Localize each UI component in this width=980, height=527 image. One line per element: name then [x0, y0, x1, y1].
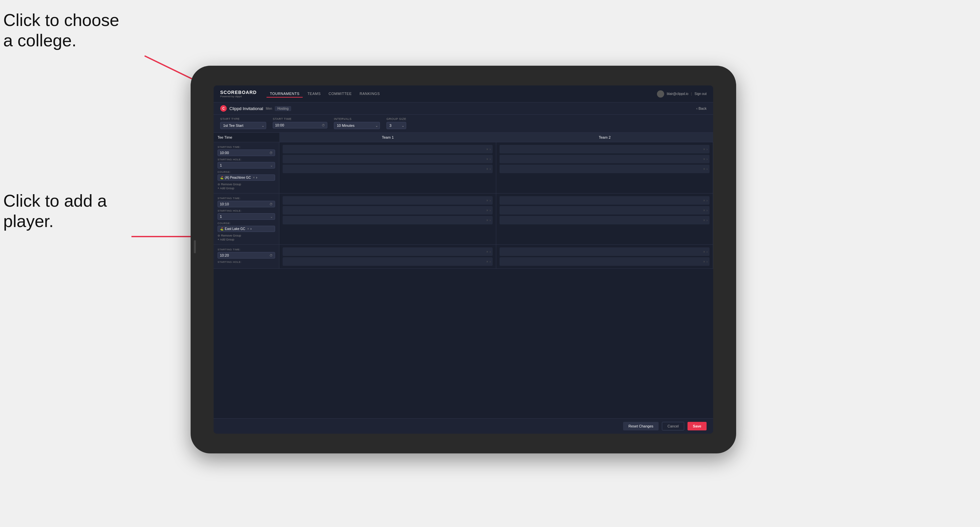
player-remove-2-3[interactable]: ×: [703, 167, 705, 171]
th-team1: Team 1: [279, 133, 496, 142]
start-time-group: Start Time ⏱: [273, 117, 327, 129]
player-slot-4-1[interactable]: × ›: [500, 196, 710, 205]
starting-time-field-2[interactable]: ⏱: [218, 201, 275, 207]
hosting-badge: Hosting: [275, 106, 291, 111]
starting-time-label-3: STARTING TIME:: [218, 248, 275, 251]
starting-time-field-1[interactable]: ⏱: [218, 149, 275, 156]
course-label-2: COURSE:: [218, 222, 275, 225]
player-slot-5-2[interactable]: × ›: [283, 257, 493, 266]
starting-hole-field-1[interactable]: ⌄: [218, 162, 275, 168]
player-slot-3-1[interactable]: × ›: [283, 196, 493, 205]
top-nav: SCOREBOARD Powered by clippd TOURNAMENTS…: [214, 86, 713, 103]
player-arrow-3-3: ›: [490, 219, 491, 222]
player-remove-6-1[interactable]: ×: [703, 250, 705, 254]
player-remove-4-2[interactable]: ×: [703, 209, 705, 212]
player-remove-4-3[interactable]: ×: [703, 219, 705, 222]
remove-group-2[interactable]: ⊖ Remove Group: [218, 234, 275, 237]
brand: SCOREBOARD Powered by clippd: [220, 90, 257, 98]
course-arrow-1: ›: [256, 176, 257, 179]
player-remove-6-2[interactable]: ×: [703, 260, 705, 264]
intervals-select[interactable]: 10 Minutes: [334, 122, 380, 129]
player-slot-1-1[interactable]: × ›: [283, 145, 493, 154]
footer: Reset Changes Cancel Save: [214, 418, 713, 434]
player-remove-5-1[interactable]: ×: [486, 250, 488, 254]
starting-hole-field-2[interactable]: ⌄: [218, 213, 275, 220]
starting-hole-label-3: STARTING HOLE:: [218, 260, 275, 264]
save-button[interactable]: Save: [687, 422, 706, 430]
player-slot-3-2[interactable]: × ›: [283, 206, 493, 214]
starting-time-field-3[interactable]: ⏱: [218, 252, 275, 259]
tablet-screen: SCOREBOARD Powered by clippd TOURNAMENTS…: [214, 86, 713, 434]
team1-cell-3: × › × ›: [279, 245, 496, 268]
cancel-button[interactable]: Cancel: [662, 422, 684, 430]
starting-hole-input-1[interactable]: [220, 163, 269, 167]
intervals-group: Intervals 10 Minutes: [334, 117, 380, 129]
add-group-1[interactable]: + Add Group: [218, 187, 275, 190]
course-remove-1[interactable]: ×: [253, 176, 255, 179]
player-remove-3-3[interactable]: ×: [486, 219, 488, 222]
starting-time-input-3[interactable]: [220, 253, 268, 257]
player-slot-2-2[interactable]: × ›: [500, 155, 710, 163]
tournament-gender: Men: [266, 107, 272, 110]
player-remove-2-1[interactable]: ×: [703, 148, 705, 151]
clock-icon: ⏱: [322, 124, 325, 127]
nav-item-committee[interactable]: COMMITTEE: [325, 90, 355, 98]
back-button[interactable]: Back: [696, 106, 706, 110]
course-remove-2[interactable]: ×: [247, 227, 249, 231]
start-type-select-wrapper: 1st Tee Start: [220, 122, 266, 129]
player-slot-2-3[interactable]: × ›: [500, 165, 710, 173]
course-badge-1[interactable]: ⛳ (A) Peachtree GC × ›: [218, 175, 275, 181]
start-type-select[interactable]: 1st Tee Start: [220, 122, 266, 129]
player-remove-3-1[interactable]: ×: [486, 199, 488, 202]
player-slot-6-1[interactable]: × ›: [500, 248, 710, 256]
player-remove-3-2[interactable]: ×: [486, 209, 488, 212]
player-slot-4-3[interactable]: × ›: [500, 216, 710, 224]
team1-cell-1: × › × › × ›: [279, 142, 496, 193]
course-label-1: COURSE:: [218, 170, 275, 173]
starting-hole-input-2[interactable]: [220, 214, 269, 219]
player-arrow-1-2: ›: [490, 157, 491, 161]
intervals-select-wrapper: 10 Minutes: [334, 122, 380, 129]
course-name-2: East Lake GC: [225, 227, 245, 231]
player-remove-5-2[interactable]: ×: [486, 260, 488, 264]
starting-time-input-1[interactable]: [220, 151, 268, 155]
starting-hole-label-2: STARTING HOLE:: [218, 209, 275, 212]
settings-row: Start Type 1st Tee Start Start Time ⏱ In…: [214, 115, 713, 133]
remove-group-1[interactable]: ⊖ Remove Group: [218, 183, 275, 186]
player-slot-1-2[interactable]: × ›: [283, 155, 493, 163]
player-remove-2-2[interactable]: ×: [703, 157, 705, 161]
course-badge-2[interactable]: ⛳ East Lake GC × ›: [218, 226, 275, 232]
nav-item-tournaments[interactable]: TOURNAMENTS: [267, 90, 303, 98]
add-group-2[interactable]: + Add Group: [218, 238, 275, 241]
player-arrow-2-3: ›: [706, 167, 708, 171]
player-remove-1-1[interactable]: ×: [486, 148, 488, 151]
tournament-name: Clippd Invitational: [229, 106, 263, 111]
player-arrow-6-2: ›: [706, 260, 708, 264]
nav-item-rankings[interactable]: RANKINGS: [356, 90, 383, 98]
nav-item-teams[interactable]: TEAMS: [304, 90, 324, 98]
group-size-group: Group Size 3: [387, 117, 406, 129]
starting-time-input-2[interactable]: [220, 202, 268, 206]
player-remove-4-1[interactable]: ×: [703, 199, 705, 202]
player-remove-1-2[interactable]: ×: [486, 157, 488, 161]
tee-group-3: STARTING TIME: ⏱ STARTING HOLE: × › × ›: [214, 245, 713, 269]
team2-cell-2: × › × › × ›: [496, 194, 713, 244]
start-time-input[interactable]: [275, 123, 320, 127]
player-arrow-1-1: ›: [490, 148, 491, 151]
tablet-device: SCOREBOARD Powered by clippd TOURNAMENTS…: [191, 66, 736, 453]
sign-out-link[interactable]: Sign out: [694, 92, 706, 95]
group-size-select[interactable]: 3: [387, 122, 406, 129]
player-slot-6-2[interactable]: × ›: [500, 257, 710, 266]
main-content[interactable]: STARTING TIME: ⏱ STARTING HOLE: ⌄ COURSE…: [214, 142, 713, 418]
player-arrow-5-2: ›: [490, 260, 491, 264]
player-slot-5-1[interactable]: × ›: [283, 248, 493, 256]
player-slot-2-1[interactable]: × ›: [500, 145, 710, 154]
player-slot-1-3[interactable]: × ›: [283, 165, 493, 173]
player-slot-4-2[interactable]: × ›: [500, 206, 710, 214]
player-remove-1-3[interactable]: ×: [486, 167, 488, 171]
player-arrow-4-3: ›: [706, 219, 708, 222]
reset-changes-button[interactable]: Reset Changes: [623, 422, 659, 430]
player-slot-3-3[interactable]: × ›: [283, 216, 493, 224]
starting-time-label-2: STARTING TIME:: [218, 197, 275, 200]
user-email: blair@clippd.io: [667, 92, 689, 95]
